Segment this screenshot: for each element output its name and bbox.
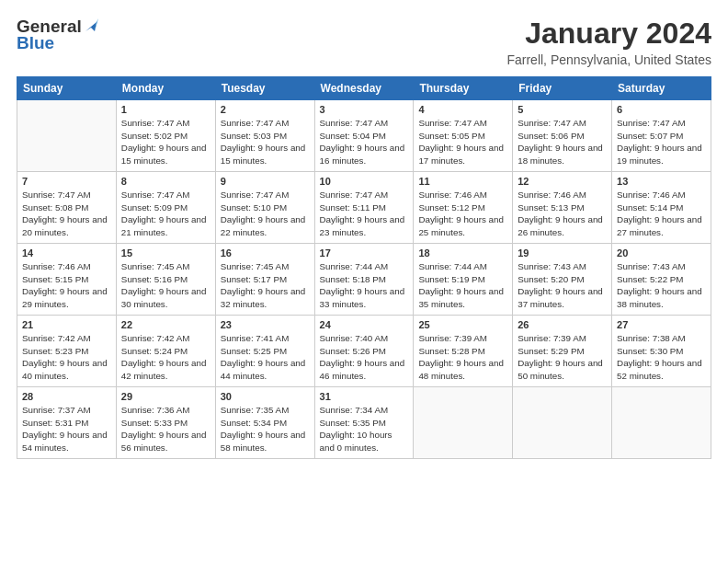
daylight-text: Daylight: 9 hours and 22 minutes. — [221, 214, 306, 237]
day-info: Sunrise: 7:46 AMSunset: 5:14 PMDaylight:… — [617, 189, 706, 239]
day-number: 23 — [221, 319, 310, 330]
calendar-cell: 13Sunrise: 7:46 AMSunset: 5:14 PMDayligh… — [612, 172, 711, 244]
daylight-text: Daylight: 9 hours and 38 minutes. — [617, 286, 702, 309]
daylight-text: Daylight: 9 hours and 52 minutes. — [617, 358, 702, 381]
day-info: Sunrise: 7:42 AMSunset: 5:24 PMDaylight:… — [121, 332, 210, 383]
sunrise-text: Sunrise: 7:47 AM — [121, 190, 190, 200]
sunset-text: Sunset: 5:14 PM — [617, 202, 683, 213]
day-info: Sunrise: 7:47 AMSunset: 5:08 PMDaylight:… — [22, 189, 111, 239]
daylight-text: Daylight: 9 hours and 26 minutes. — [518, 214, 603, 237]
sunset-text: Sunset: 5:10 PM — [221, 202, 287, 213]
day-number: 4 — [418, 104, 507, 115]
header-tuesday: Tuesday — [215, 77, 314, 100]
daylight-text: Daylight: 9 hours and 37 minutes. — [518, 286, 603, 309]
sunrise-text: Sunrise: 7:38 AM — [617, 333, 686, 343]
calendar-cell: 4Sunrise: 7:47 AMSunset: 5:05 PMDaylight… — [414, 100, 513, 172]
daylight-text: Daylight: 9 hours and 19 minutes. — [617, 143, 702, 166]
day-info: Sunrise: 7:43 AMSunset: 5:20 PMDaylight:… — [518, 260, 607, 311]
sunrise-text: Sunrise: 7:41 AM — [221, 333, 290, 343]
header-sunday: Sunday — [17, 77, 117, 100]
location-subtitle: Farrell, Pennsylvania, United States — [506, 52, 711, 67]
calendar-cell: 28Sunrise: 7:37 AMSunset: 5:31 PMDayligh… — [17, 387, 117, 459]
day-info: Sunrise: 7:39 AMSunset: 5:29 PMDaylight:… — [518, 332, 607, 383]
day-number: 21 — [22, 319, 111, 330]
header: General Blue January 2024 Farrell, Penns… — [17, 17, 711, 67]
calendar-cell: 11Sunrise: 7:46 AMSunset: 5:12 PMDayligh… — [414, 172, 513, 244]
calendar-cell: 18Sunrise: 7:44 AMSunset: 5:19 PMDayligh… — [414, 244, 513, 316]
daylight-text: Daylight: 9 hours and 15 minutes. — [221, 143, 306, 166]
sunset-text: Sunset: 5:16 PM — [121, 274, 188, 284]
daylight-text: Daylight: 9 hours and 25 minutes. — [418, 214, 504, 237]
sunset-text: Sunset: 5:28 PM — [418, 346, 484, 356]
sunrise-text: Sunrise: 7:47 AM — [518, 118, 586, 128]
day-number: 16 — [221, 247, 310, 259]
sunset-text: Sunset: 5:09 PM — [121, 202, 188, 213]
sunset-text: Sunset: 5:17 PM — [221, 274, 287, 284]
daylight-text: Daylight: 9 hours and 21 minutes. — [121, 214, 207, 237]
sunrise-text: Sunrise: 7:39 AM — [518, 333, 586, 343]
week-row-3: 21Sunrise: 7:42 AMSunset: 5:23 PMDayligh… — [17, 316, 711, 387]
day-info: Sunrise: 7:47 AMSunset: 5:07 PMDaylight:… — [617, 117, 706, 167]
daylight-text: Daylight: 9 hours and 29 minutes. — [22, 286, 108, 309]
calendar-cell: 22Sunrise: 7:42 AMSunset: 5:24 PMDayligh… — [116, 316, 215, 387]
sunset-text: Sunset: 5:12 PM — [418, 202, 484, 213]
calendar-cell: 31Sunrise: 7:34 AMSunset: 5:35 PMDayligh… — [314, 387, 414, 459]
week-row-0: 1Sunrise: 7:47 AMSunset: 5:02 PMDaylight… — [17, 100, 711, 172]
sunset-text: Sunset: 5:22 PM — [617, 274, 683, 284]
sunrise-text: Sunrise: 7:35 AM — [221, 405, 290, 415]
day-info: Sunrise: 7:40 AMSunset: 5:26 PMDaylight:… — [320, 332, 409, 383]
sunset-text: Sunset: 5:05 PM — [418, 131, 484, 141]
sunset-text: Sunset: 5:02 PM — [121, 131, 188, 141]
week-row-1: 7Sunrise: 7:47 AMSunset: 5:08 PMDaylight… — [17, 172, 711, 244]
day-number: 31 — [320, 391, 409, 402]
day-number: 17 — [320, 247, 409, 259]
day-number: 19 — [518, 247, 607, 259]
calendar-cell: 26Sunrise: 7:39 AMSunset: 5:29 PMDayligh… — [513, 316, 612, 387]
sunrise-text: Sunrise: 7:47 AM — [121, 118, 190, 128]
calendar-cell: 1Sunrise: 7:47 AMSunset: 5:02 PMDaylight… — [116, 100, 215, 172]
sunrise-text: Sunrise: 7:47 AM — [320, 190, 389, 200]
sunrise-text: Sunrise: 7:45 AM — [121, 261, 190, 271]
day-info: Sunrise: 7:47 AMSunset: 5:03 PMDaylight:… — [221, 117, 310, 167]
calendar-cell: 29Sunrise: 7:36 AMSunset: 5:33 PMDayligh… — [116, 387, 215, 459]
day-info: Sunrise: 7:35 AMSunset: 5:34 PMDaylight:… — [221, 404, 310, 454]
sunset-text: Sunset: 5:18 PM — [320, 274, 386, 284]
calendar-cell: 25Sunrise: 7:39 AMSunset: 5:28 PMDayligh… — [414, 316, 513, 387]
day-info: Sunrise: 7:47 AMSunset: 5:06 PMDaylight:… — [518, 117, 607, 167]
sunrise-text: Sunrise: 7:46 AM — [418, 190, 487, 200]
sunset-text: Sunset: 5:29 PM — [518, 346, 584, 356]
sunset-text: Sunset: 5:31 PM — [22, 418, 88, 428]
day-number: 9 — [221, 176, 310, 187]
day-info: Sunrise: 7:36 AMSunset: 5:33 PMDaylight:… — [121, 404, 210, 454]
calendar-cell: 20Sunrise: 7:43 AMSunset: 5:22 PMDayligh… — [612, 244, 711, 316]
day-info: Sunrise: 7:46 AMSunset: 5:13 PMDaylight:… — [518, 189, 607, 239]
sunset-text: Sunset: 5:06 PM — [518, 131, 584, 141]
day-info: Sunrise: 7:47 AMSunset: 5:11 PMDaylight:… — [320, 189, 409, 239]
svg-marker-0 — [85, 22, 97, 31]
daylight-text: Daylight: 9 hours and 58 minutes. — [221, 430, 306, 453]
sunrise-text: Sunrise: 7:47 AM — [221, 190, 290, 200]
calendar-cell: 24Sunrise: 7:40 AMSunset: 5:26 PMDayligh… — [314, 316, 414, 387]
day-info: Sunrise: 7:44 AMSunset: 5:18 PMDaylight:… — [320, 260, 409, 311]
week-row-4: 28Sunrise: 7:37 AMSunset: 5:31 PMDayligh… — [17, 387, 711, 459]
sunset-text: Sunset: 5:26 PM — [320, 346, 386, 356]
logo: General Blue — [17, 17, 98, 53]
sunset-text: Sunset: 5:03 PM — [221, 131, 287, 141]
sunset-text: Sunset: 5:11 PM — [320, 202, 386, 213]
sunrise-text: Sunrise: 7:46 AM — [617, 190, 686, 200]
daylight-text: Daylight: 9 hours and 18 minutes. — [518, 143, 603, 166]
daylight-text: Daylight: 9 hours and 20 minutes. — [22, 214, 108, 237]
sunset-text: Sunset: 5:20 PM — [518, 274, 584, 284]
day-number: 26 — [518, 319, 607, 330]
sunrise-text: Sunrise: 7:46 AM — [22, 261, 91, 271]
sunrise-text: Sunrise: 7:40 AM — [320, 333, 389, 343]
daylight-text: Daylight: 9 hours and 44 minutes. — [221, 358, 306, 381]
day-info: Sunrise: 7:38 AMSunset: 5:30 PMDaylight:… — [617, 332, 706, 383]
calendar-cell: 16Sunrise: 7:45 AMSunset: 5:17 PMDayligh… — [215, 244, 314, 316]
daylight-text: Daylight: 9 hours and 40 minutes. — [22, 358, 108, 381]
title-section: January 2024 Farrell, Pennsylvania, Unit… — [506, 17, 711, 67]
calendar-table: Sunday Monday Tuesday Wednesday Thursday… — [17, 76, 711, 459]
daylight-text: Daylight: 9 hours and 42 minutes. — [121, 358, 207, 381]
calendar-cell: 14Sunrise: 7:46 AMSunset: 5:15 PMDayligh… — [17, 244, 117, 316]
calendar-cell: 5Sunrise: 7:47 AMSunset: 5:06 PMDaylight… — [513, 100, 612, 172]
